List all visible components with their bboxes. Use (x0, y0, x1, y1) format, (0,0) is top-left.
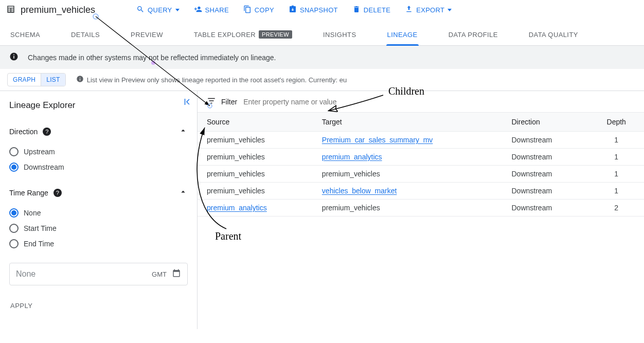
cell-depth: 1 (588, 166, 644, 183)
cell-direction: Downstream (503, 183, 589, 200)
main-area: Lineage Explorer Direction ? Upstream Do… (0, 91, 644, 329)
lineage-table: Source Target Direction Depth premium_ve… (198, 112, 644, 216)
cell-source: premium_analytics (198, 200, 313, 216)
tab-preview[interactable]: PREVIEW (130, 23, 164, 45)
list-view-button[interactable]: LIST (41, 74, 65, 86)
col-direction[interactable]: Direction (503, 113, 589, 132)
col-target[interactable]: Target (313, 113, 503, 132)
direction-section-header[interactable]: Direction ? (9, 120, 188, 143)
info-banner: Changes made in other systems may not be… (0, 46, 644, 69)
snapshot-icon (289, 5, 297, 15)
radio-none[interactable]: None (9, 205, 188, 221)
filter-row: Filter (198, 91, 644, 112)
cell-depth: 2 (588, 200, 644, 216)
help-icon[interactable]: ? (43, 128, 51, 136)
tab-bar: SCHEMA DETAILS PREVIEW TABLE EXPLORER PR… (0, 23, 644, 46)
help-icon[interactable]: ? (53, 189, 62, 197)
cell-depth: 1 (588, 132, 644, 149)
chevron-up-icon (178, 126, 188, 137)
chevron-down-icon (448, 9, 452, 11)
table-row: premium_vehiclesvehicles_below_marketDow… (198, 183, 644, 200)
cell-direction: Downstream (503, 200, 589, 216)
export-button[interactable]: EXPORT (400, 2, 457, 18)
col-source[interactable]: Source (198, 113, 313, 132)
svg-rect-8 (13, 55, 14, 56)
cell-direction: Downstream (503, 166, 589, 183)
tab-table-explorer[interactable]: TABLE EXPLORER PREVIEW (193, 23, 293, 45)
cell-target: premium_vehicles (313, 166, 503, 183)
cell-source: premium_vehicles (198, 149, 313, 166)
add-user-icon (194, 5, 202, 15)
tab-insights[interactable]: INSIGHTS (322, 23, 357, 45)
svg-rect-5 (11, 10, 14, 11)
cell-source-link[interactable]: premium_analytics (207, 204, 267, 212)
direction-radios: Upstream Downstream (9, 143, 188, 181)
view-bar: GRAPH LIST List view in Preview only sho… (0, 69, 644, 91)
delete-icon (352, 5, 361, 15)
date-input[interactable]: None GMT (9, 263, 188, 285)
graph-view-button[interactable]: GRAPH (8, 74, 41, 86)
chevron-down-icon (175, 9, 180, 11)
tab-data-profile[interactable]: DATA PROFILE (448, 23, 499, 45)
delete-button[interactable]: DELETE (347, 2, 396, 18)
cell-depth: 1 (588, 149, 644, 166)
date-value: None (16, 269, 35, 279)
cell-target-link[interactable]: vehicles_below_market (322, 187, 397, 195)
table-row: premium_analyticspremium_vehiclesDownstr… (198, 200, 644, 216)
table-header-row: Source Target Direction Depth (198, 113, 644, 132)
info-text: Changes made in other systems may not be… (28, 53, 276, 62)
cell-target: premium_vehicles (313, 200, 503, 216)
svg-rect-3 (11, 8, 14, 9)
radio-downstream[interactable]: Downstream (9, 159, 188, 175)
cell-target-link[interactable]: premium_analytics (322, 153, 382, 161)
cell-source: premium_vehicles (198, 183, 313, 200)
lineage-explorer-panel: Lineage Explorer Direction ? Upstream Do… (0, 91, 198, 329)
svg-rect-7 (13, 56, 14, 59)
cell-direction: Downstream (503, 132, 589, 149)
filter-icon (207, 96, 216, 107)
cell-depth: 1 (588, 183, 644, 200)
lineage-content: Filter Source Target Direction Depth pre… (198, 91, 644, 329)
svg-rect-9 (185, 99, 186, 105)
search-icon (136, 5, 145, 15)
radio-start-time[interactable]: Start Time (9, 221, 188, 236)
cell-target: Premium_car_sales_summary_mv (313, 132, 503, 149)
table-row: premium_vehiclespremium_vehiclesDownstre… (198, 166, 644, 183)
collapse-panel-button[interactable] (183, 97, 192, 109)
table-icon (6, 5, 15, 16)
tab-data-quality[interactable]: DATA QUALITY (528, 23, 579, 45)
share-button[interactable]: SHARE (189, 2, 234, 18)
tab-lineage[interactable]: LINEAGE (386, 23, 419, 45)
time-range-section-header[interactable]: Time Range ? (9, 181, 188, 204)
table-row: premium_vehiclespremium_analyticsDownstr… (198, 149, 644, 166)
cell-source: premium_vehicles (198, 166, 313, 183)
radio-upstream[interactable]: Upstream (9, 144, 188, 159)
info-icon (76, 75, 84, 84)
tab-schema[interactable]: SCHEMA (9, 23, 41, 45)
action-bar: QUERY SHARE COPY SNAPSHOT DELETE EXPORT (131, 2, 457, 18)
filter-label: Filter (221, 98, 237, 106)
filter-input[interactable] (242, 97, 635, 106)
cell-target: vehicles_below_market (313, 183, 503, 200)
apply-button[interactable]: APPLY (9, 298, 188, 314)
export-icon (405, 5, 413, 15)
view-toggle: GRAPH LIST (7, 73, 66, 86)
panel-title: Lineage Explorer (9, 100, 188, 111)
page-header: premium_vehicles QUERY SHARE COPY SNAPSH… (0, 0, 644, 20)
copy-icon (243, 5, 252, 15)
snapshot-button[interactable]: SNAPSHOT (283, 2, 343, 18)
timezone-label: GMT (152, 270, 167, 278)
query-button[interactable]: QUERY (131, 2, 185, 18)
table-row: premium_vehiclesPremium_car_sales_summar… (198, 132, 644, 149)
time-range-radios: None Start Time End Time (9, 204, 188, 258)
radio-end-time[interactable]: End Time (9, 236, 188, 251)
cell-source: premium_vehicles (198, 132, 313, 149)
tab-details[interactable]: DETAILS (70, 23, 101, 45)
calendar-icon (172, 268, 181, 280)
svg-rect-4 (8, 10, 11, 11)
col-depth[interactable]: Depth (588, 113, 644, 132)
cell-target-link[interactable]: Premium_car_sales_summary_mv (322, 136, 433, 144)
copy-button[interactable]: COPY (238, 2, 279, 18)
cell-target: premium_analytics (313, 149, 503, 166)
cell-direction: Downstream (503, 149, 589, 166)
